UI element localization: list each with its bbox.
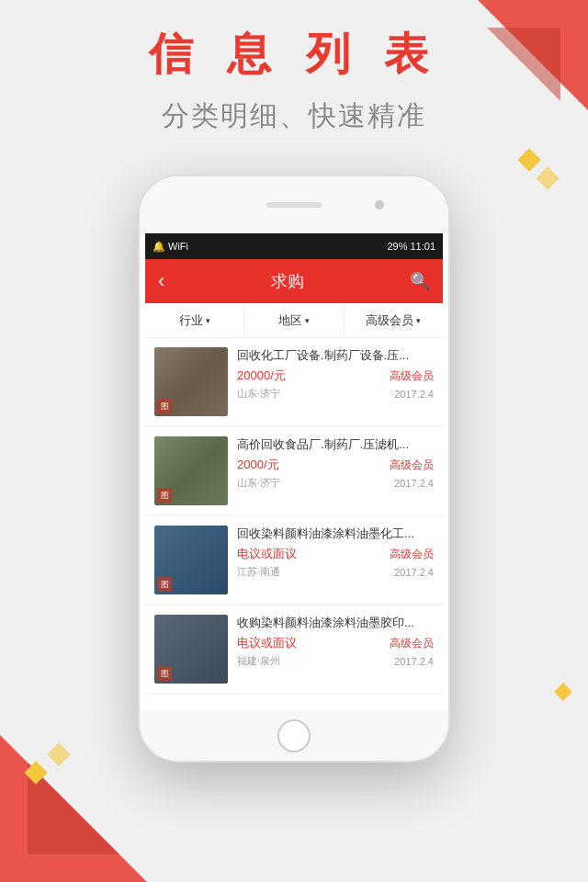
navigation-bar: ‹ 求购 🔍: [145, 259, 443, 303]
home-button[interactable]: [277, 719, 311, 752]
item-location-row: 山东·济宁 2017.2.4: [237, 476, 434, 490]
item-title: 高价回收食品厂.制药厂.压滤机...: [237, 436, 434, 453]
item-date: 2017.2.4: [394, 478, 434, 489]
deco-diamond-2: [536, 166, 559, 189]
filter-vip-arrow: ▾: [416, 316, 421, 325]
item-location: 福建·泉州: [237, 654, 280, 668]
item-image: 图: [154, 436, 228, 505]
filter-industry-arrow: ▾: [206, 316, 210, 325]
item-image: 图: [154, 347, 228, 416]
list-item[interactable]: 图 高价回收食品厂.制药厂.压滤机... 2000/元 高级会员 山东·济宁 2…: [145, 427, 443, 514]
item-image: 图: [154, 526, 228, 594]
item-price-row: 电议或面议 高级会员: [237, 546, 434, 562]
image-icon: 图: [157, 488, 172, 503]
phone-body: 🔔 WiFi 29% 11:01 ‹ 求购 🔍 行业 ▾: [138, 175, 450, 763]
item-price: 电议或面议: [237, 635, 297, 651]
item-badge: 高级会员: [390, 547, 434, 562]
phone-top-bezel: [140, 176, 448, 233]
item-location: 山东·济宁: [237, 476, 280, 490]
status-right-icons: 29% 11:01: [387, 241, 435, 252]
item-content: 高价回收食品厂.制药厂.压滤机... 2000/元 高级会员 山东·济宁 201…: [228, 436, 434, 490]
item-title: 回收化工厂设备.制药厂设备.压...: [237, 347, 434, 364]
item-content: 收购染料颜料油漆涂料油墨胶印... 电议或面议 高级会员 福建·泉州 2017.…: [228, 615, 434, 668]
item-price-row: 电议或面议 高级会员: [237, 635, 434, 651]
item-badge: 高级会员: [390, 368, 434, 384]
image-icon: 图: [157, 577, 172, 592]
time-display: 11:01: [410, 241, 435, 252]
item-location: 山东·济宁: [237, 387, 280, 401]
filter-bar: 行业 ▾ 地区 ▾ 高级会员 ▾: [145, 303, 443, 338]
deco-diamond-1: [517, 148, 540, 171]
status-left-icons: 🔔 WiFi: [153, 241, 188, 253]
item-location-row: 江苏·南通 2017.2.4: [237, 565, 434, 579]
item-title: 收购染料颜料油漆涂料油墨胶印...: [237, 615, 434, 631]
filter-industry[interactable]: 行业 ▾: [145, 303, 244, 337]
status-bar: 🔔 WiFi 29% 11:01: [145, 233, 443, 259]
filter-vip[interactable]: 高级会员 ▾: [345, 303, 443, 337]
phone-mockup: 🔔 WiFi 29% 11:01 ‹ 求购 🔍 行业 ▾: [138, 175, 450, 763]
item-price: 20000/元: [237, 368, 286, 384]
item-date: 2017.2.4: [394, 567, 434, 578]
notification-icon: 🔔: [153, 241, 165, 253]
phone-camera: [375, 200, 384, 209]
list-container: 图 回收化工厂设备.制药厂设备.压... 20000/元 高级会员 山东·济宁 …: [145, 338, 443, 695]
item-badge: 高级会员: [390, 636, 434, 651]
search-icon[interactable]: 🔍: [410, 271, 430, 291]
item-location: 江苏·南通: [237, 565, 280, 579]
deco-diamond-5: [554, 683, 572, 701]
item-price: 2000/元: [237, 457, 279, 473]
filter-region-arrow: ▾: [305, 316, 310, 325]
item-price: 电议或面议: [237, 546, 297, 562]
image-icon: 图: [157, 666, 172, 681]
hero-section: 信 息 列 表 分类明细、快速精准: [0, 28, 588, 135]
item-title: 回收染料颜料油漆涂料油墨化工...: [237, 526, 434, 542]
item-location-row: 福建·泉州 2017.2.4: [237, 654, 434, 668]
item-content: 回收染料颜料油漆涂料油墨化工... 电议或面议 高级会员 江苏·南通 2017.…: [228, 526, 434, 579]
item-location-row: 山东·济宁 2017.2.4: [237, 387, 434, 401]
item-content: 回收化工厂设备.制药厂设备.压... 20000/元 高级会员 山东·济宁 20…: [228, 347, 434, 401]
item-badge: 高级会员: [390, 458, 434, 473]
list-item[interactable]: 图 收购染料颜料油漆涂料油墨胶印... 电议或面议 高级会员 福建·泉州 201…: [145, 605, 443, 693]
item-price-row: 2000/元 高级会员: [237, 457, 434, 473]
list-item[interactable]: 图 回收染料颜料油漆涂料油墨化工... 电议或面议 高级会员 江苏·南通 201…: [145, 516, 443, 604]
battery-text: 29%: [387, 241, 407, 252]
item-date: 2017.2.4: [394, 656, 434, 667]
item-image: 图: [154, 615, 228, 684]
phone-screen: 🔔 WiFi 29% 11:01 ‹ 求购 🔍 行业 ▾: [145, 233, 443, 710]
filter-vip-label: 高级会员: [366, 312, 413, 329]
item-price-row: 20000/元 高级会员: [237, 368, 434, 384]
item-date: 2017.2.4: [394, 389, 434, 400]
filter-region[interactable]: 地区 ▾: [244, 303, 344, 337]
sub-title: 分类明细、快速精准: [0, 97, 588, 135]
main-title: 信 息 列 表: [0, 28, 588, 81]
phone-bottom-bezel: [140, 710, 448, 761]
image-icon: 图: [157, 399, 172, 413]
back-button[interactable]: ‹: [158, 269, 164, 293]
list-item[interactable]: 图 回收化工厂设备.制药厂设备.压... 20000/元 高级会员 山东·济宁 …: [145, 338, 443, 425]
filter-industry-label: 行业: [179, 312, 203, 329]
filter-region-label: 地区: [278, 312, 302, 329]
phone-speaker: [266, 202, 322, 208]
wifi-icon: WiFi: [168, 241, 188, 252]
page-title: 求购: [271, 270, 304, 292]
